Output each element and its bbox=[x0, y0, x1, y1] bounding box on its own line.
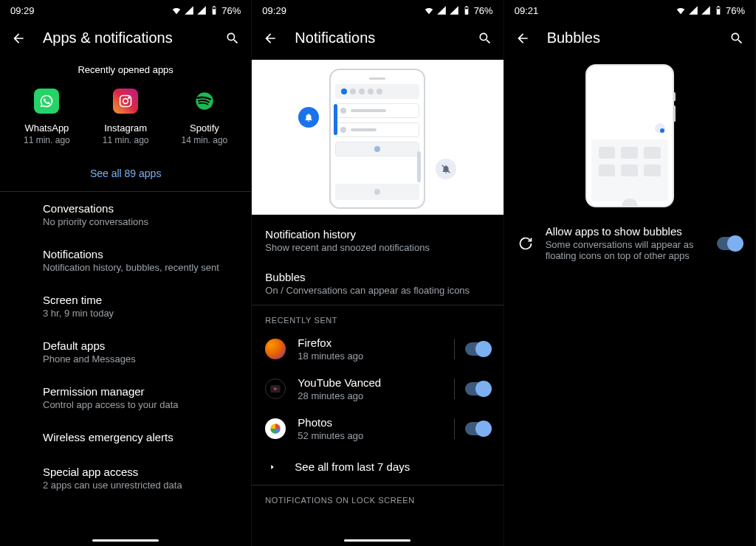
toggle-allow-bubbles[interactable] bbox=[717, 237, 742, 250]
search-button[interactable] bbox=[224, 30, 241, 46]
bell-off-icon bbox=[436, 159, 456, 179]
signal-icon bbox=[688, 5, 698, 15]
page-title: Notifications bbox=[295, 30, 476, 46]
item-sub: 3 hr, 9 min today bbox=[43, 308, 236, 319]
app-name: WhatsApp bbox=[24, 122, 69, 134]
item-allow-bubbles[interactable]: Allow apps to show bubbles Some conversa… bbox=[504, 218, 755, 269]
status-icons: 76% bbox=[171, 5, 241, 16]
spotify-icon bbox=[192, 89, 217, 114]
search-icon bbox=[225, 31, 240, 46]
recent-app-firefox[interactable]: Firefox 18 minutes ago bbox=[252, 329, 503, 369]
item-bubbles[interactable]: Bubbles On / Conversations can appear as… bbox=[252, 262, 503, 305]
recent-app-youtube-vanced[interactable]: YouTube Vanced 28 minutes ago bbox=[252, 369, 503, 409]
item-default-apps[interactable]: Default apps Phone and Messages bbox=[0, 329, 251, 375]
item-notifications[interactable]: Notifications Notification history, bubb… bbox=[0, 238, 251, 283]
page-title: Apps & notifications bbox=[43, 30, 224, 46]
recent-name: YouTube Vanced bbox=[298, 376, 441, 389]
item-sub: Some conversations will appear as floati… bbox=[546, 239, 705, 261]
status-icons: 76% bbox=[424, 5, 493, 16]
signal-icon-2 bbox=[701, 5, 711, 15]
recent-app-whatsapp[interactable]: WhatsApp 11 min. ago bbox=[10, 89, 83, 145]
recent-app-instagram[interactable]: Instagram 11 min. ago bbox=[89, 89, 162, 145]
header: Apps & notifications bbox=[0, 21, 251, 60]
bell-on-icon bbox=[298, 107, 319, 128]
item-title: Permission manager bbox=[43, 385, 236, 398]
recent-name: Photos bbox=[298, 416, 441, 429]
search-icon bbox=[729, 31, 744, 46]
item-sub: Control app access to your data bbox=[43, 399, 236, 410]
item-title: Bubbles bbox=[265, 271, 489, 283]
item-title: Special app access bbox=[43, 466, 236, 478]
battery-icon bbox=[461, 5, 472, 15]
arrow-back-icon bbox=[11, 31, 26, 46]
signal-icon bbox=[436, 5, 447, 15]
header: Bubbles bbox=[504, 21, 755, 60]
item-special-app-access[interactable]: Special app access 2 apps can use unrest… bbox=[0, 455, 251, 501]
item-wireless-alerts[interactable]: Wireless emergency alerts bbox=[0, 421, 251, 455]
back-button[interactable] bbox=[262, 30, 278, 46]
search-button[interactable] bbox=[477, 30, 493, 46]
app-sub: 11 min. ago bbox=[103, 135, 149, 145]
item-title: Default apps bbox=[43, 339, 236, 352]
refresh-icon bbox=[518, 235, 534, 252]
item-title: Wireless emergency alerts bbox=[43, 431, 236, 443]
nav-handle[interactable] bbox=[344, 539, 410, 542]
see-all-label: See all from last 7 days bbox=[295, 460, 410, 473]
svg-point-3 bbox=[128, 97, 130, 99]
svg-rect-8 bbox=[717, 7, 720, 9]
status-time: 09:29 bbox=[10, 5, 35, 16]
toggle-youtube-vanced[interactable] bbox=[465, 382, 490, 395]
item-screen-time[interactable]: Screen time 3 hr, 9 min today bbox=[0, 283, 251, 329]
statusbar: 09:29 76% bbox=[0, 0, 251, 21]
screen-bubbles: 09:21 76% Bubbles bbox=[504, 0, 756, 546]
photos-icon bbox=[265, 418, 286, 439]
screen-notifications: 09:29 76% Notifications bbox=[252, 0, 504, 546]
wifi-icon bbox=[171, 5, 182, 15]
item-notification-history[interactable]: Notification history Show recent and sno… bbox=[252, 219, 503, 262]
bubbles-illustration bbox=[504, 60, 755, 218]
item-sub: Phone and Messages bbox=[43, 353, 236, 364]
status-icons: 76% bbox=[676, 5, 745, 16]
item-sub: Show recent and snoozed notifications bbox=[265, 242, 489, 253]
signal-icon-2 bbox=[196, 5, 207, 15]
statusbar: 09:21 76% bbox=[504, 0, 755, 21]
item-sub: Notification history, bubbles, recently … bbox=[43, 262, 236, 273]
wifi-icon bbox=[424, 5, 434, 15]
item-permission-manager[interactable]: Permission manager Control app access to… bbox=[0, 375, 251, 421]
see-all-apps-link[interactable]: See all 89 apps bbox=[0, 156, 251, 191]
notifications-illustration bbox=[252, 60, 503, 215]
search-button[interactable] bbox=[729, 30, 745, 46]
see-all-recent-link[interactable]: See all from last 7 days bbox=[252, 449, 503, 485]
illus-accent-bar bbox=[334, 104, 337, 135]
item-title: Allow apps to show bubbles bbox=[546, 225, 705, 238]
illus-accent-bar-2 bbox=[417, 151, 421, 182]
signal-icon bbox=[184, 5, 194, 15]
toggle-photos[interactable] bbox=[465, 422, 490, 435]
header: Notifications bbox=[252, 21, 503, 60]
back-button[interactable] bbox=[10, 30, 27, 46]
back-button[interactable] bbox=[515, 30, 531, 46]
recent-app-photos[interactable]: Photos 52 minutes ago bbox=[252, 409, 503, 449]
app-name: Spotify bbox=[190, 122, 219, 134]
illus-phone bbox=[329, 69, 425, 209]
item-sub: 2 apps can use unrestricted data bbox=[43, 480, 236, 491]
app-sub: 14 min. ago bbox=[182, 135, 228, 145]
item-sub: No priority conversations bbox=[43, 216, 236, 227]
recent-apps-label: Recently opened apps bbox=[0, 60, 251, 89]
settings-list: Notification history Show recent and sno… bbox=[252, 215, 503, 305]
youtube-vanced-icon bbox=[265, 379, 286, 399]
nav-handle[interactable] bbox=[92, 539, 159, 542]
recent-apps-row: WhatsApp 11 min. ago Instagram 11 min. a… bbox=[0, 89, 251, 156]
app-sub: 11 min. ago bbox=[24, 135, 70, 145]
battery-percent: 76% bbox=[221, 5, 241, 16]
item-conversations[interactable]: Conversations No priority conversations bbox=[0, 192, 251, 238]
app-name: Instagram bbox=[104, 122, 147, 134]
toggle-firefox[interactable] bbox=[465, 342, 490, 356]
item-title: Notification history bbox=[265, 228, 489, 241]
arrow-back-icon bbox=[263, 31, 278, 46]
recent-app-spotify[interactable]: Spotify 14 min. ago bbox=[168, 89, 241, 145]
chevron-right-icon bbox=[265, 462, 280, 472]
svg-rect-0 bbox=[213, 7, 216, 9]
item-title: Conversations bbox=[43, 202, 236, 215]
signal-icon-2 bbox=[449, 5, 459, 15]
